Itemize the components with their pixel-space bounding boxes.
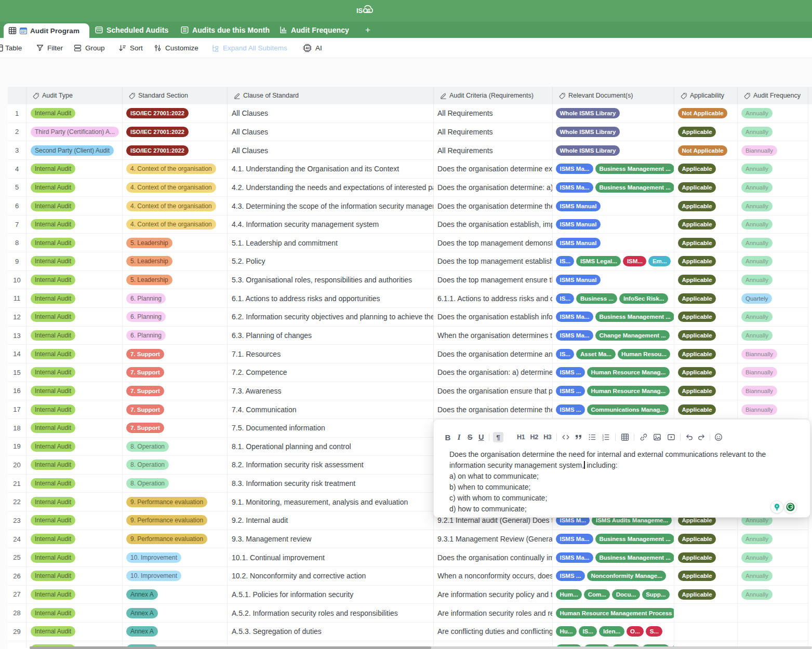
svg-text:ISO: ISO (356, 7, 368, 15)
svg-text:3: 3 (602, 438, 604, 441)
svg-text:±: ± (367, 7, 370, 13)
svg-text:AI: AI (305, 46, 309, 50)
